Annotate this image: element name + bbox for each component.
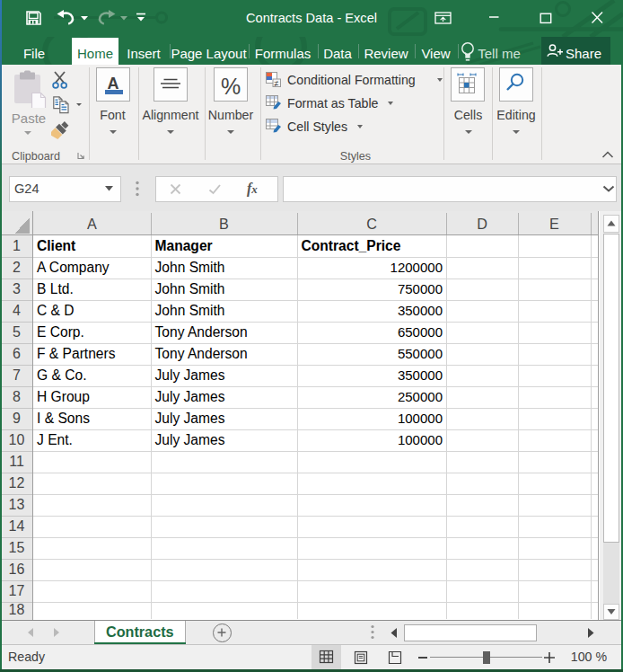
svg-text:≠: ≠ <box>275 79 279 88</box>
